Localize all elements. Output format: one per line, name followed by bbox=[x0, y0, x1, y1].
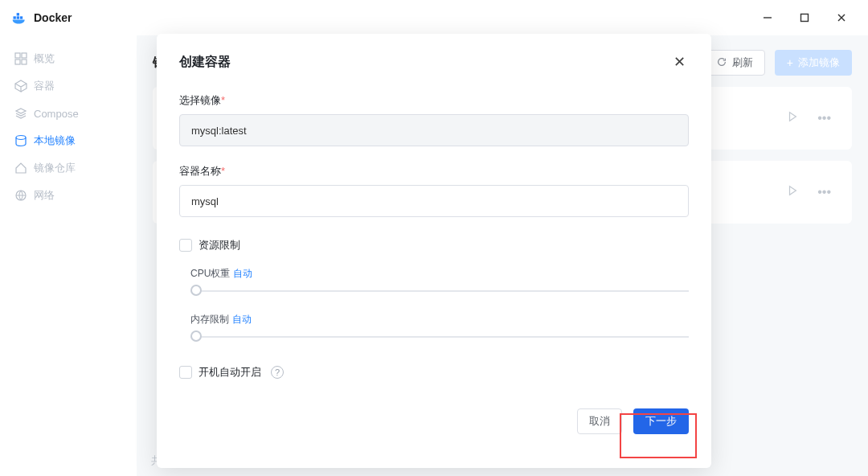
svg-rect-2 bbox=[20, 16, 23, 18]
memory-limit-label: 内存限制自动 bbox=[179, 313, 689, 326]
container-name-label: 容器名称* bbox=[179, 164, 689, 178]
window-close-button[interactable] bbox=[826, 6, 857, 30]
help-icon[interactable]: ? bbox=[271, 366, 284, 379]
window-maximize-button[interactable] bbox=[789, 6, 820, 30]
window-titlebar: Docker bbox=[0, 0, 868, 35]
svg-rect-3 bbox=[17, 13, 19, 15]
cancel-button[interactable]: 取消 bbox=[577, 408, 622, 434]
autostart-label: 开机自动开启 bbox=[199, 365, 261, 380]
modal-overlay: 创建容器 ✕ 选择镜像* 容器名称* 资源限制 CPU权重自动 内存限制自动 开… bbox=[0, 35, 868, 476]
cpu-weight-label: CPU权重自动 bbox=[179, 267, 689, 281]
select-image-input[interactable] bbox=[179, 114, 689, 146]
select-image-label: 选择镜像* bbox=[179, 93, 689, 108]
next-button[interactable]: 下一步 bbox=[633, 408, 689, 434]
container-name-input[interactable] bbox=[179, 185, 689, 217]
create-container-modal: 创建容器 ✕ 选择镜像* 容器名称* 资源限制 CPU权重自动 内存限制自动 开… bbox=[157, 34, 711, 468]
svg-rect-0 bbox=[14, 16, 16, 18]
memory-limit-slider[interactable] bbox=[190, 333, 689, 341]
resource-limit-checkbox[interactable] bbox=[179, 239, 192, 252]
window-minimize-button[interactable] bbox=[752, 6, 783, 30]
docker-logo-icon bbox=[11, 10, 27, 26]
svg-rect-5 bbox=[801, 14, 809, 22]
modal-close-button[interactable]: ✕ bbox=[670, 50, 689, 74]
window-title: Docker bbox=[34, 11, 72, 24]
svg-rect-1 bbox=[17, 16, 19, 18]
cpu-weight-slider[interactable] bbox=[190, 287, 689, 295]
modal-title: 创建容器 bbox=[179, 54, 231, 71]
autostart-checkbox[interactable] bbox=[179, 366, 192, 379]
resource-limit-label: 资源限制 bbox=[199, 238, 240, 252]
